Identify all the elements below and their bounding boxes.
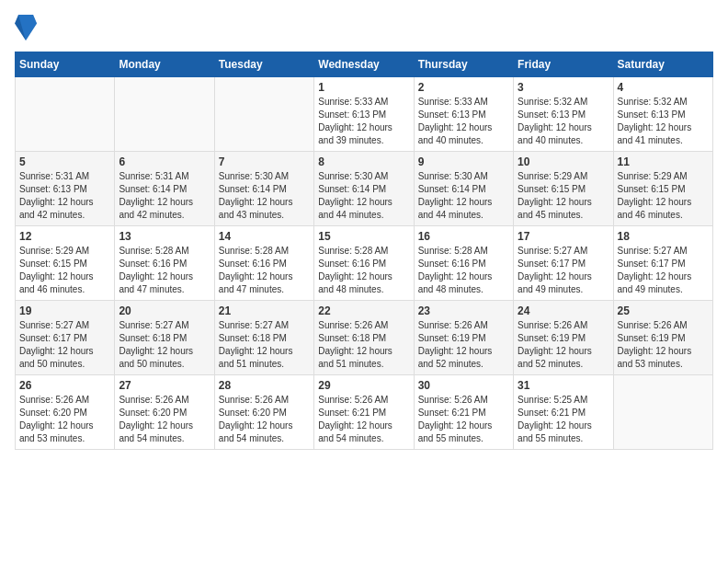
day-num-28: 28 — [219, 379, 310, 392]
cell-w4-d6: 24Sunrise: 5:26 AMSunset: 6:19 PMDayligh… — [514, 301, 613, 375]
day-num-30: 30 — [418, 379, 509, 392]
day-num-18: 18 — [618, 230, 709, 243]
day-num-17: 17 — [518, 230, 609, 243]
day-info-11: Sunrise: 5:29 AMSunset: 6:15 PMDaylight:… — [618, 170, 709, 222]
day-num-19: 19 — [19, 304, 110, 317]
day-info-3: Sunrise: 5:32 AMSunset: 6:13 PMDaylight:… — [518, 96, 609, 147]
day-info-22: Sunrise: 5:26 AMSunset: 6:18 PMDaylight:… — [318, 319, 409, 371]
day-info-21: Sunrise: 5:27 AMSunset: 6:18 PMDaylight:… — [219, 319, 310, 371]
page-header — [15, 15, 713, 40]
day-info-16: Sunrise: 5:28 AMSunset: 6:16 PMDaylight:… — [418, 245, 509, 296]
header-saturday: Saturday — [613, 52, 712, 77]
day-info-12: Sunrise: 5:29 AMSunset: 6:15 PMDaylight:… — [19, 245, 110, 296]
cell-w2-d6: 10Sunrise: 5:29 AMSunset: 6:15 PMDayligh… — [514, 152, 613, 226]
day-num-20: 20 — [119, 304, 210, 317]
cell-w5-d4: 29Sunrise: 5:26 AMSunset: 6:21 PMDayligh… — [314, 375, 414, 450]
calendar-header-row: SundayMondayTuesdayWednesdayThursdayFrid… — [16, 52, 713, 77]
cell-w2-d3: 7Sunrise: 5:30 AMSunset: 6:14 PMDaylight… — [214, 152, 313, 226]
day-info-13: Sunrise: 5:28 AMSunset: 6:16 PMDaylight:… — [119, 245, 210, 296]
week-row-4: 19Sunrise: 5:27 AMSunset: 6:17 PMDayligh… — [16, 301, 713, 375]
day-info-29: Sunrise: 5:26 AMSunset: 6:21 PMDaylight:… — [318, 394, 409, 445]
day-info-4: Sunrise: 5:32 AMSunset: 6:13 PMDaylight:… — [618, 96, 709, 147]
cell-w4-d7: 25Sunrise: 5:26 AMSunset: 6:19 PMDayligh… — [613, 301, 712, 375]
day-num-11: 11 — [618, 155, 709, 168]
day-info-24: Sunrise: 5:26 AMSunset: 6:19 PMDaylight:… — [518, 319, 609, 371]
day-num-23: 23 — [418, 304, 509, 317]
day-info-18: Sunrise: 5:27 AMSunset: 6:17 PMDaylight:… — [618, 245, 709, 296]
day-num-14: 14 — [219, 230, 310, 243]
day-num-25: 25 — [618, 304, 709, 317]
day-info-25: Sunrise: 5:26 AMSunset: 6:19 PMDaylight:… — [618, 319, 709, 371]
day-info-28: Sunrise: 5:26 AMSunset: 6:20 PMDaylight:… — [219, 394, 310, 445]
cell-w5-d2: 27Sunrise: 5:26 AMSunset: 6:20 PMDayligh… — [115, 375, 214, 450]
cell-w3-d6: 17Sunrise: 5:27 AMSunset: 6:17 PMDayligh… — [514, 226, 613, 301]
day-info-9: Sunrise: 5:30 AMSunset: 6:14 PMDaylight:… — [418, 170, 509, 222]
day-info-5: Sunrise: 5:31 AMSunset: 6:13 PMDaylight:… — [19, 170, 110, 222]
cell-w3-d4: 15Sunrise: 5:28 AMSunset: 6:16 PMDayligh… — [314, 226, 414, 301]
day-num-12: 12 — [19, 230, 110, 243]
cell-w5-d3: 28Sunrise: 5:26 AMSunset: 6:20 PMDayligh… — [214, 375, 313, 450]
header-thursday: Thursday — [414, 52, 513, 77]
cell-w5-d6: 31Sunrise: 5:25 AMSunset: 6:21 PMDayligh… — [514, 375, 613, 450]
day-info-30: Sunrise: 5:26 AMSunset: 6:21 PMDaylight:… — [418, 394, 509, 445]
day-num-8: 8 — [318, 155, 409, 168]
cell-w1-d4: 1Sunrise: 5:33 AMSunset: 6:13 PMDaylight… — [314, 77, 414, 152]
cell-w4-d4: 22Sunrise: 5:26 AMSunset: 6:18 PMDayligh… — [314, 301, 414, 375]
cell-w5-d5: 30Sunrise: 5:26 AMSunset: 6:21 PMDayligh… — [414, 375, 513, 450]
day-num-15: 15 — [318, 230, 409, 243]
header-friday: Friday — [514, 52, 613, 77]
header-monday: Monday — [115, 52, 214, 77]
day-info-31: Sunrise: 5:25 AMSunset: 6:21 PMDaylight:… — [518, 394, 609, 445]
day-info-17: Sunrise: 5:27 AMSunset: 6:17 PMDaylight:… — [518, 245, 609, 296]
cell-w2-d7: 11Sunrise: 5:29 AMSunset: 6:15 PMDayligh… — [613, 152, 712, 226]
day-num-7: 7 — [219, 155, 310, 168]
header-sunday: Sunday — [16, 52, 115, 77]
cell-w4-d5: 23Sunrise: 5:26 AMSunset: 6:19 PMDayligh… — [414, 301, 513, 375]
header-tuesday: Tuesday — [214, 52, 313, 77]
day-num-10: 10 — [518, 155, 609, 168]
cell-w2-d5: 9Sunrise: 5:30 AMSunset: 6:14 PMDaylight… — [414, 152, 513, 226]
cell-w1-d2 — [115, 77, 214, 152]
cell-w1-d1 — [16, 77, 115, 152]
day-info-19: Sunrise: 5:27 AMSunset: 6:17 PMDaylight:… — [19, 319, 110, 371]
day-info-7: Sunrise: 5:30 AMSunset: 6:14 PMDaylight:… — [219, 170, 310, 222]
cell-w1-d7: 4Sunrise: 5:32 AMSunset: 6:13 PMDaylight… — [613, 77, 712, 152]
cell-w1-d5: 2Sunrise: 5:33 AMSunset: 6:13 PMDaylight… — [414, 77, 513, 152]
cell-w5-d1: 26Sunrise: 5:26 AMSunset: 6:20 PMDayligh… — [16, 375, 115, 450]
cell-w4-d1: 19Sunrise: 5:27 AMSunset: 6:17 PMDayligh… — [16, 301, 115, 375]
logo — [15, 15, 40, 40]
cell-w4-d2: 20Sunrise: 5:27 AMSunset: 6:18 PMDayligh… — [115, 301, 214, 375]
day-num-24: 24 — [518, 304, 609, 317]
day-num-13: 13 — [119, 230, 210, 243]
day-info-27: Sunrise: 5:26 AMSunset: 6:20 PMDaylight:… — [119, 394, 210, 445]
day-num-5: 5 — [19, 155, 110, 168]
day-num-16: 16 — [418, 230, 509, 243]
week-row-5: 26Sunrise: 5:26 AMSunset: 6:20 PMDayligh… — [16, 375, 713, 450]
day-num-31: 31 — [518, 379, 609, 392]
day-info-14: Sunrise: 5:28 AMSunset: 6:16 PMDaylight:… — [219, 245, 310, 296]
day-num-26: 26 — [19, 379, 110, 392]
day-num-27: 27 — [119, 379, 210, 392]
cell-w5-d7 — [613, 375, 712, 450]
day-num-1: 1 — [318, 81, 409, 94]
day-info-6: Sunrise: 5:31 AMSunset: 6:14 PMDaylight:… — [119, 170, 210, 222]
week-row-1: 1Sunrise: 5:33 AMSunset: 6:13 PMDaylight… — [16, 77, 713, 152]
day-info-20: Sunrise: 5:27 AMSunset: 6:18 PMDaylight:… — [119, 319, 210, 371]
day-info-2: Sunrise: 5:33 AMSunset: 6:13 PMDaylight:… — [418, 96, 509, 147]
day-num-2: 2 — [418, 81, 509, 94]
cell-w2-d1: 5Sunrise: 5:31 AMSunset: 6:13 PMDaylight… — [16, 152, 115, 226]
day-info-23: Sunrise: 5:26 AMSunset: 6:19 PMDaylight:… — [418, 319, 509, 371]
cell-w1-d6: 3Sunrise: 5:32 AMSunset: 6:13 PMDaylight… — [514, 77, 613, 152]
cell-w1-d3 — [214, 77, 313, 152]
day-info-8: Sunrise: 5:30 AMSunset: 6:14 PMDaylight:… — [318, 170, 409, 222]
day-num-6: 6 — [119, 155, 210, 168]
cell-w3-d7: 18Sunrise: 5:27 AMSunset: 6:17 PMDayligh… — [613, 226, 712, 301]
cell-w3-d3: 14Sunrise: 5:28 AMSunset: 6:16 PMDayligh… — [214, 226, 313, 301]
calendar-table: SundayMondayTuesdayWednesdayThursdayFrid… — [15, 52, 713, 450]
cell-w2-d4: 8Sunrise: 5:30 AMSunset: 6:14 PMDaylight… — [314, 152, 414, 226]
cell-w4-d3: 21Sunrise: 5:27 AMSunset: 6:18 PMDayligh… — [214, 301, 313, 375]
cell-w2-d2: 6Sunrise: 5:31 AMSunset: 6:14 PMDaylight… — [115, 152, 214, 226]
day-info-1: Sunrise: 5:33 AMSunset: 6:13 PMDaylight:… — [318, 96, 409, 147]
day-info-26: Sunrise: 5:26 AMSunset: 6:20 PMDaylight:… — [19, 394, 110, 445]
day-num-9: 9 — [418, 155, 509, 168]
